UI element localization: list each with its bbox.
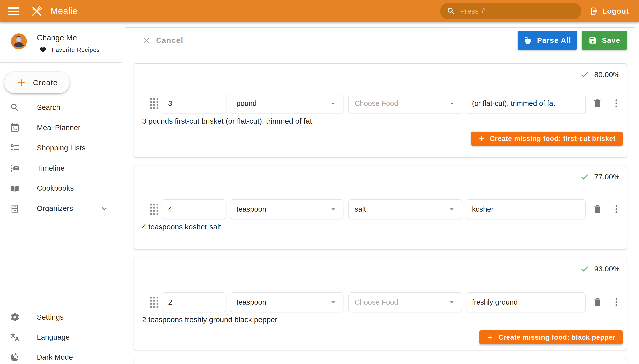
confidence-value: 80.00% — [594, 70, 619, 79]
parse-all-button[interactable]: Parse All — [518, 31, 577, 50]
logout-button[interactable]: Logout — [590, 7, 629, 16]
create-label: Create — [33, 78, 58, 87]
sidebar-item-shopping-lists[interactable]: Shopping Lists — [0, 138, 122, 158]
unit-value: teaspoon — [236, 205, 266, 214]
sidebar-footer: Settings Language Dark Mode — [0, 307, 122, 364]
confidence-value: 93.00% — [594, 264, 619, 273]
sidebar-item-timeline[interactable]: Timeline — [0, 158, 122, 178]
book-icon — [10, 184, 20, 194]
create-missing-food-label: Create missing food: black pepper — [499, 334, 615, 341]
confidence-indicator: 77.00% — [580, 172, 619, 181]
ingredient-list: 80.00% pound Choose Food — [134, 63, 627, 364]
original-ingredient-text: 2 teaspoons freshly ground black pepper — [142, 316, 277, 324]
moon-icon — [10, 352, 20, 362]
menu-icon[interactable] — [8, 6, 19, 17]
gear-icon — [10, 312, 20, 322]
favorite-recipes-link[interactable]: Favorite Recipes — [40, 46, 100, 53]
parse-all-label: Parse All — [537, 36, 571, 45]
logout-label: Logout — [602, 7, 629, 16]
menu-down-icon — [448, 100, 456, 108]
plus-icon — [487, 334, 494, 341]
sidebar-item-language[interactable]: Language — [0, 327, 122, 347]
organizers-icon — [10, 204, 20, 214]
avatar[interactable] — [11, 34, 27, 49]
sidebar-item-label: Timeline — [37, 164, 65, 172]
sidebar-item-label: Cookbooks — [37, 184, 74, 192]
create-missing-food-button[interactable]: Create missing food: black pepper — [480, 330, 622, 344]
trash-icon[interactable] — [592, 204, 602, 214]
plus-icon — [16, 77, 27, 88]
user-name: Change Me — [37, 34, 100, 42]
search-bar[interactable] — [440, 3, 581, 20]
note-input-wrap — [466, 200, 586, 219]
original-ingredient-text: 3 pounds first-cut brisket (or flat-cut)… — [142, 117, 312, 126]
sidebar-item-dark-mode[interactable]: Dark Mode — [0, 347, 122, 364]
checklist-icon — [10, 143, 20, 153]
search-icon — [10, 103, 20, 113]
user-profile[interactable]: Change Me Favorite Recipes — [11, 34, 122, 53]
ingredient-row: teaspoon Choose Food — [149, 292, 621, 312]
note-input[interactable] — [472, 205, 579, 214]
search-input[interactable] — [460, 7, 575, 16]
sidebar-item-settings[interactable]: Settings — [0, 307, 122, 327]
quantity-input[interactable] — [168, 205, 220, 214]
food-value: salt — [355, 205, 366, 214]
unit-select[interactable]: teaspoon — [230, 292, 343, 312]
confidence-value: 77.00% — [594, 172, 619, 181]
food-select[interactable]: salt — [348, 200, 462, 219]
save-icon — [588, 36, 597, 45]
sidebar-item-label: Dark Mode — [37, 353, 73, 361]
drag-handle-icon[interactable] — [149, 98, 158, 109]
note-input-wrap — [466, 292, 586, 312]
dots-vertical-icon[interactable] — [611, 204, 621, 214]
sidebar-divider — [0, 62, 122, 62]
trash-icon[interactable] — [592, 297, 602, 308]
sidebar-item-organizers[interactable]: Organizers — [0, 198, 122, 219]
ingredient-card: 77.00% teaspoon salt — [134, 166, 627, 249]
menu-down-icon — [329, 298, 337, 306]
quantity-input[interactable] — [168, 100, 220, 108]
calendar-icon — [10, 123, 20, 133]
check-icon — [580, 70, 589, 79]
drag-handle-icon[interactable] — [149, 204, 158, 215]
mealie-logo-icon — [29, 3, 45, 19]
check-icon — [580, 264, 589, 273]
dots-vertical-icon[interactable] — [611, 98, 621, 109]
create-button[interactable]: Create — [4, 72, 70, 94]
unit-value: pound — [236, 100, 257, 108]
note-input[interactable] — [472, 100, 579, 108]
sidebar-item-label: Search — [37, 104, 60, 112]
apple-icon — [524, 36, 532, 45]
trash-icon[interactable] — [592, 98, 602, 109]
food-select[interactable]: Choose Food — [348, 94, 462, 113]
ingredient-row: teaspoon salt — [149, 200, 621, 219]
main-content: Cancel Parse All Save 80.00% — [122, 22, 639, 364]
sidebar-item-label: Meal Planner — [37, 124, 80, 132]
quantity-input[interactable] — [168, 298, 220, 306]
unit-select[interactable]: teaspoon — [230, 200, 343, 219]
app-header: Mealie Logout — [0, 0, 639, 22]
parser-toolbar: Cancel Parse All Save — [142, 31, 627, 50]
sidebar-item-search[interactable]: Search — [0, 98, 122, 118]
timeline-icon — [10, 163, 20, 173]
create-missing-food-button[interactable]: Create missing food: first-cut brisket — [471, 132, 622, 146]
heart-icon — [40, 46, 46, 53]
note-input-wrap — [466, 94, 586, 113]
dots-vertical-icon[interactable] — [611, 297, 621, 308]
sidebar-item-cookbooks[interactable]: Cookbooks — [0, 178, 122, 198]
save-button[interactable]: Save — [582, 31, 627, 50]
cancel-button[interactable]: Cancel — [142, 36, 183, 45]
food-select[interactable]: Choose Food — [348, 292, 462, 312]
confidence-indicator: 93.00% — [580, 264, 619, 273]
sidebar-item-meal-planner[interactable]: Meal Planner — [0, 118, 122, 138]
ingredient-card: 93.00% teaspoon Choose Food — [134, 258, 627, 350]
sidebar-item-label: Shopping Lists — [37, 144, 85, 152]
unit-select[interactable]: pound — [230, 94, 343, 113]
plus-icon — [478, 135, 486, 142]
ingredient-card — [134, 358, 627, 364]
cancel-label: Cancel — [156, 36, 183, 45]
note-input[interactable] — [472, 298, 579, 306]
search-icon — [447, 7, 456, 16]
drag-handle-icon[interactable] — [149, 296, 158, 308]
chevron-down-icon — [100, 204, 109, 213]
